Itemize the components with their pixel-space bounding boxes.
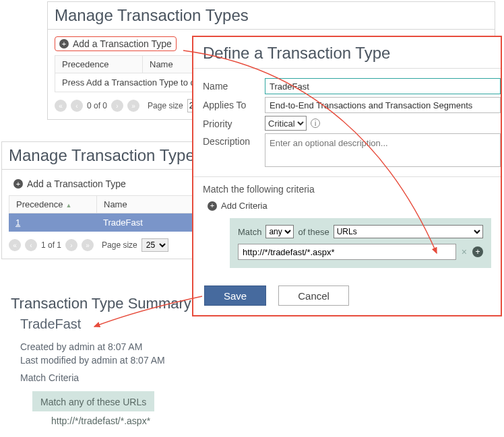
- summary-name: TradeFast: [20, 316, 213, 332]
- match-mode-select[interactable]: any: [265, 225, 294, 238]
- sort-asc-icon: ▲: [65, 202, 71, 209]
- plus-icon: +: [13, 179, 23, 189]
- add-transaction-type-link[interactable]: + Add a Transaction Type: [55, 36, 177, 51]
- pager-first-icon[interactable]: «: [9, 239, 21, 251]
- add-criteria-row-icon[interactable]: +: [472, 246, 483, 257]
- add-link-label: Add a Transaction Type: [73, 38, 172, 49]
- pgsize-select[interactable]: 25: [141, 238, 168, 252]
- add-link-label: Add a Transaction Type: [27, 178, 126, 189]
- criteria-value-field[interactable]: [238, 244, 456, 260]
- add-criteria-link[interactable]: + Add Criteria: [203, 199, 272, 213]
- pager-last-icon[interactable]: »: [127, 100, 139, 112]
- define-transaction-type-dialog: Define a Transaction Type Name Applies T…: [192, 36, 502, 316]
- pager-next-icon[interactable]: ›: [111, 100, 123, 112]
- summary-title: Transaction Type Summary: [11, 295, 213, 312]
- dialog-title: Define a Transaction Type: [193, 37, 501, 69]
- priority-select[interactable]: Critical: [265, 116, 307, 131]
- remove-criteria-icon[interactable]: ×: [462, 246, 467, 257]
- pager-prev-icon[interactable]: ‹: [25, 239, 37, 251]
- add-criteria-label: Add Criteria: [221, 201, 267, 211]
- pager-next-icon[interactable]: ›: [65, 239, 77, 251]
- summary-criteria-text: Match any of these URLs: [32, 391, 154, 411]
- add-transaction-type-link[interactable]: + Add a Transaction Type: [9, 176, 131, 191]
- col-precedence[interactable]: Precedence▲: [9, 196, 97, 213]
- save-button[interactable]: Save: [204, 285, 266, 306]
- name-label: Name: [203, 78, 265, 92]
- pager-prev-icon[interactable]: ‹: [71, 100, 83, 112]
- transaction-type-summary: Transaction Type Summary TradeFast Creat…: [11, 295, 213, 426]
- info-icon[interactable]: i: [311, 119, 320, 128]
- pager-last-icon[interactable]: »: [82, 239, 94, 251]
- description-field[interactable]: [265, 133, 501, 167]
- cancel-button[interactable]: Cancel: [278, 285, 349, 306]
- panel-title: Manage Transaction Types: [48, 2, 495, 30]
- summary-modified: Last modified by admin at 8:07 AM: [20, 355, 213, 366]
- pager-status: 0 of 0: [87, 101, 107, 110]
- summary-created: Created by admin at 8:07 AM: [20, 341, 213, 352]
- match-word: Match: [238, 227, 261, 237]
- applies-to-label: Applies To: [203, 97, 265, 110]
- plus-icon: +: [59, 39, 69, 48]
- applies-to-field[interactable]: [265, 97, 501, 113]
- description-label: Description: [203, 133, 265, 147]
- row-precedence-link[interactable]: 1: [15, 217, 20, 228]
- name-field[interactable]: [265, 78, 501, 94]
- summary-criteria-url: http://*/tradefast/*.aspx*: [51, 415, 213, 426]
- col-precedence[interactable]: Precedence: [55, 56, 143, 73]
- match-target-select[interactable]: URLs: [334, 225, 483, 238]
- plus-icon: +: [208, 201, 217, 211]
- pager-first-icon[interactable]: «: [55, 100, 67, 112]
- pgsize-label: Page size: [148, 101, 183, 110]
- pgsize-label: Page size: [102, 240, 137, 250]
- criteria-box: Match any of these URLs × +: [230, 218, 491, 268]
- priority-label: Priority: [203, 116, 265, 129]
- pager-status: 1 of 1: [41, 240, 61, 250]
- summary-criteria-label: Match Criteria: [20, 372, 213, 383]
- criteria-header: Match the following criteria: [203, 184, 501, 195]
- of-these-label: of these: [298, 227, 329, 237]
